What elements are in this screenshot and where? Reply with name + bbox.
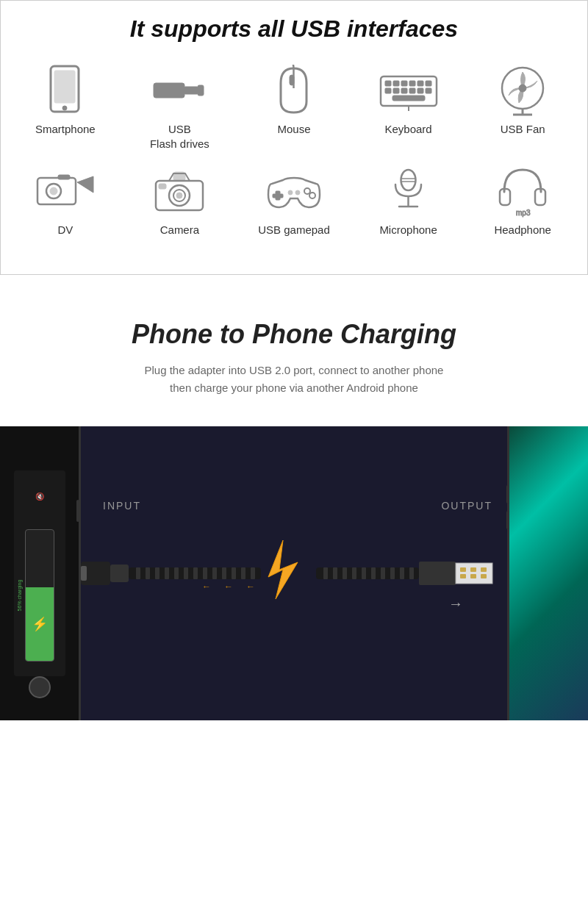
svg-rect-14 — [426, 81, 431, 86]
keyboard-label: Keyboard — [384, 122, 431, 137]
svg-rect-82 — [400, 567, 404, 579]
usb-flash-label: USBFlash drives — [150, 122, 209, 151]
svg-rect-67 — [241, 567, 245, 579]
svg-rect-17 — [401, 88, 407, 93]
svg-rect-75 — [333, 567, 337, 579]
svg-rect-16 — [393, 88, 399, 93]
svg-point-42 — [288, 190, 293, 195]
cable-area: INPUT OUTPUT — [81, 426, 507, 720]
headphone-label: Headphone — [494, 223, 551, 237]
svg-rect-18 — [409, 88, 415, 93]
battery-bolt-icon: ⚡ — [32, 616, 48, 632]
cable-svg: ← ← ← — [81, 529, 507, 617]
charging-visual: 🔇 ⚡ 56% charging INPUT OUTPUT — [0, 426, 588, 720]
svg-rect-84 — [419, 562, 456, 585]
svg-rect-12 — [409, 81, 415, 86]
usb-item-headphone: mp3 Headphone — [471, 165, 574, 237]
usb-fan-label: USB Fan — [501, 122, 545, 137]
dv-icon — [36, 165, 95, 217]
svg-text:→: → — [448, 595, 463, 612]
svg-rect-79 — [371, 567, 376, 579]
svg-rect-54 — [110, 565, 129, 582]
microphone-label: Microphone — [379, 223, 437, 237]
charging-description: Plug the adapter into USB 2.0 port, conn… — [0, 362, 588, 397]
svg-rect-60 — [174, 567, 179, 579]
svg-rect-57 — [146, 567, 150, 579]
svg-rect-37 — [159, 184, 166, 189]
camera-label: Camera — [160, 223, 199, 237]
svg-point-40 — [304, 188, 310, 194]
svg-rect-76 — [343, 567, 347, 579]
phone-home-button — [29, 676, 51, 698]
svg-rect-56 — [136, 567, 140, 579]
svg-rect-5 — [198, 85, 204, 96]
camera-icon — [150, 165, 209, 217]
svg-rect-83 — [409, 567, 414, 579]
svg-rect-7 — [290, 75, 294, 85]
svg-rect-81 — [390, 567, 395, 579]
dv-label: DV — [57, 223, 73, 237]
svg-rect-78 — [362, 567, 366, 579]
svg-rect-63 — [203, 567, 207, 579]
usb-item-flash: USBFlash drives — [128, 65, 231, 151]
usb-item-keyboard: Keyboard — [357, 65, 460, 151]
svg-rect-3 — [154, 83, 184, 98]
mouse-label: Mouse — [277, 122, 310, 137]
svg-rect-21 — [392, 96, 425, 101]
svg-rect-31 — [58, 175, 70, 179]
svg-rect-59 — [165, 567, 169, 579]
usb-fan-icon — [493, 65, 552, 116]
gamepad-icon — [265, 165, 323, 217]
usb-item-microphone: Microphone — [357, 165, 460, 237]
svg-marker-69 — [268, 540, 298, 599]
svg-point-43 — [295, 190, 300, 195]
svg-rect-61 — [184, 567, 188, 579]
svg-rect-65 — [222, 567, 226, 579]
svg-rect-90 — [470, 574, 476, 578]
svg-rect-58 — [155, 567, 159, 579]
keyboard-icon — [379, 65, 438, 116]
svg-text:←: ← — [224, 581, 233, 592]
microphone-icon — [379, 165, 438, 217]
mouse-icon — [265, 65, 323, 116]
usb-item-smartphone: Smartphone — [14, 65, 117, 151]
svg-rect-1 — [54, 71, 75, 103]
svg-rect-39 — [273, 194, 283, 198]
svg-point-35 — [176, 193, 182, 198]
svg-point-29 — [50, 187, 57, 195]
svg-rect-74 — [323, 567, 328, 579]
svg-rect-19 — [417, 88, 423, 93]
gamepad-label: USB gamepad — [258, 223, 330, 237]
svg-rect-87 — [460, 567, 466, 572]
svg-rect-92 — [481, 574, 487, 578]
svg-rect-85 — [456, 563, 492, 584]
output-label: OUTPUT — [441, 500, 492, 512]
svg-text:mp3: mp3 — [516, 209, 531, 217]
svg-point-44 — [401, 170, 416, 190]
headphone-icon: mp3 — [493, 165, 552, 217]
battery-percent-label: 56% charging — [16, 579, 21, 611]
input-label: INPUT — [103, 500, 141, 512]
svg-rect-62 — [193, 567, 198, 579]
usb-item-camera: Camera — [128, 165, 231, 237]
svg-rect-66 — [232, 567, 236, 579]
svg-rect-11 — [401, 81, 407, 86]
svg-rect-20 — [426, 88, 431, 93]
svg-rect-77 — [352, 567, 356, 579]
svg-rect-64 — [212, 567, 217, 579]
smartphone-icon — [36, 65, 95, 116]
phone-left-screen: 🔇 ⚡ 56% charging — [14, 470, 65, 676]
battery-fill: ⚡ — [26, 587, 54, 661]
svg-rect-80 — [381, 567, 385, 579]
usb-item-fan: USB Fan — [471, 65, 574, 151]
battery-bar: ⚡ 56% charging — [25, 529, 54, 662]
svg-point-41 — [309, 193, 315, 198]
svg-rect-4 — [184, 87, 198, 94]
svg-rect-53 — [81, 566, 87, 581]
phone-right — [507, 426, 588, 720]
svg-rect-68 — [251, 567, 255, 579]
svg-rect-10 — [393, 81, 399, 86]
usb-item-gamepad: USB gamepad — [243, 165, 345, 237]
svg-marker-30 — [77, 176, 93, 193]
usb-section: It supports all USB interfaces Smartphon… — [0, 0, 588, 275]
